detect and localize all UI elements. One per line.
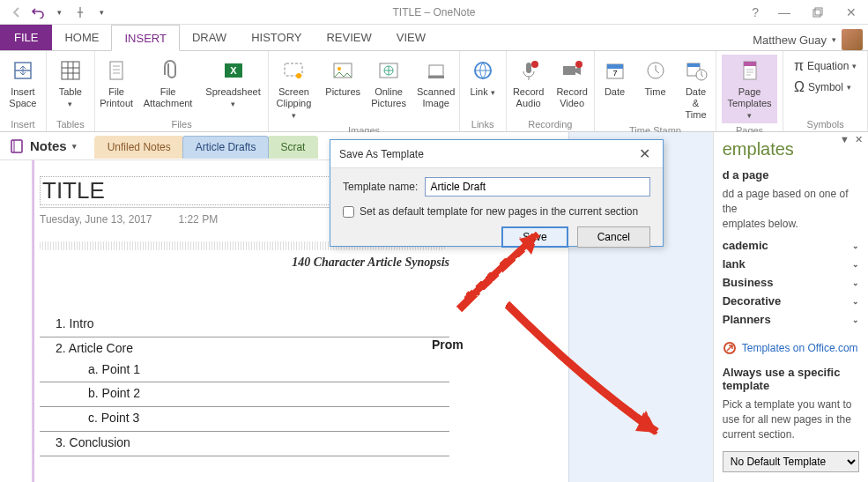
record-video-button[interactable]: RecordVideo — [551, 55, 592, 111]
outline-item[interactable]: 1. Intro — [40, 314, 568, 335]
save-as-template-dialog: Save As Template ✕ Template name: Set as… — [330, 139, 664, 247]
record-audio-button[interactable]: RecordAudio — [508, 55, 549, 111]
outline-item[interactable]: 3. Conclusion — [40, 433, 568, 454]
title-bar: ▾ ▾ TITLE – OneNote ? — ✕ — [0, 0, 868, 25]
table-icon — [56, 56, 85, 85]
svg-rect-5 — [110, 62, 122, 79]
outline-divider — [40, 455, 449, 456]
minimize-button[interactable]: — — [771, 2, 798, 23]
template-category-planners[interactable]: Planners⌄ — [723, 310, 859, 329]
ribbon-group-label: Links — [471, 117, 494, 131]
pin-button[interactable] — [70, 3, 90, 22]
outline-subitem[interactable]: b. Point 2 — [40, 383, 568, 404]
svg-rect-30 — [11, 140, 22, 152]
pictures-button[interactable]: Pictures — [321, 55, 365, 123]
template-category-cademic[interactable]: cademic⌄ — [723, 236, 859, 255]
back-button[interactable] — [7, 3, 26, 22]
page-time: 1:22 PM — [178, 213, 218, 226]
svg-point-9 — [296, 73, 301, 78]
date-button[interactable]: 7Date — [596, 55, 634, 123]
close-button[interactable]: ✕ — [838, 2, 864, 23]
ribbon-button-label: InsertSpace — [9, 86, 36, 109]
template-category-decorative[interactable]: Decorative⌄ — [723, 292, 859, 310]
svg-rect-15 — [428, 76, 444, 78]
tab-review[interactable]: REVIEW — [314, 24, 383, 50]
ribbon-group-tables: Table ▾Tables — [47, 51, 95, 131]
svg-rect-14 — [429, 65, 443, 76]
ribbon-button-label: Date — [605, 86, 625, 98]
link-button[interactable]: Link ▾ — [464, 55, 502, 100]
section-tab-scratch[interactable]: Scrat — [267, 136, 318, 159]
pane-dropdown-icon[interactable]: ▼ — [840, 134, 849, 145]
svg-rect-2 — [813, 10, 820, 17]
file-attachment-button[interactable]: FileAttachment — [139, 55, 197, 111]
svg-text:7: 7 — [612, 69, 617, 78]
svg-point-18 — [531, 61, 538, 68]
outline-divider — [40, 430, 449, 432]
undo-button[interactable] — [28, 3, 48, 22]
template-name-label: Template name: — [343, 181, 418, 193]
time-button[interactable]: Time — [636, 55, 675, 123]
insert-space-button[interactable]: InsertSpace — [4, 55, 42, 111]
pane-close-icon[interactable]: ✕ — [855, 134, 863, 145]
scanned-image-button[interactable]: ScannedImage — [412, 55, 459, 123]
page-templates-button[interactable]: PageTemplates ▾ — [722, 55, 778, 123]
ribbon-button-label: PageTemplates ▾ — [727, 86, 773, 122]
cancel-button[interactable]: Cancel — [577, 226, 650, 248]
equation-button[interactable]: π Equation ▾ — [790, 56, 860, 76]
user-area[interactable]: Matthew Guay ▾ — [753, 29, 868, 50]
tab-insert[interactable]: INSERT — [111, 25, 179, 51]
notebook-dropdown[interactable]: Notes ▾ — [0, 135, 85, 158]
outline[interactable]: 1. Intro Prom 2. Article Core a. Point 1… — [40, 314, 568, 456]
date-time-button[interactable]: Date &Time — [677, 55, 716, 123]
dialog-close-button[interactable]: ✕ — [635, 145, 654, 162]
date-time-icon — [682, 56, 710, 85]
templates-office-link[interactable]: Templates on Office.com — [723, 341, 859, 355]
svg-point-20 — [575, 61, 582, 68]
outline-divider — [40, 405, 449, 407]
undo-dropdown[interactable]: ▾ — [49, 3, 69, 22]
scanned-image-icon — [422, 56, 450, 85]
section-tab-article-drafts[interactable]: Article Drafts — [182, 136, 270, 159]
ribbon-group-label: Recording — [528, 117, 572, 131]
symbol-button[interactable]: Ω Symbol ▾ — [790, 78, 860, 97]
outline-subitem[interactable]: a. Point 1 — [40, 360, 568, 381]
restore-button[interactable] — [805, 2, 831, 23]
outline-item[interactable]: 2. Article Core — [40, 338, 568, 360]
set-default-label: Set as default template for new pages in… — [360, 205, 638, 218]
online-pictures-button[interactable]: OnlinePictures — [367, 55, 411, 123]
tab-history[interactable]: HISTORY — [239, 24, 314, 50]
ribbon-button-label: Spreadsheet ▾ — [204, 86, 263, 109]
set-default-checkbox[interactable] — [343, 206, 354, 218]
section-tab-unfiled[interactable]: Unfiled Notes — [94, 136, 184, 159]
file-printout-button[interactable]: FilePrintout — [95, 55, 137, 111]
pictures-icon — [329, 56, 357, 85]
synopsis-text[interactable]: 140 Character Article Synopsis — [40, 256, 449, 270]
screen-clipping-button[interactable]: ScreenClipping ▾ — [269, 55, 320, 123]
template-name-input[interactable] — [425, 177, 650, 197]
default-template-select[interactable]: No Default Template — [723, 451, 859, 472]
table-button[interactable]: Table ▾ — [51, 55, 90, 111]
ribbon-button-label: Date &Time — [682, 86, 710, 122]
tab-draw[interactable]: DRAW — [180, 24, 239, 50]
ribbon-button-label: Time — [644, 86, 665, 98]
ribbon: InsertSpaceInsertTable ▾TablesFilePrinto… — [0, 51, 868, 132]
template-category-lank[interactable]: lank⌄ — [723, 255, 859, 273]
omega-icon: Ω — [794, 79, 805, 95]
ribbon-button-label: ScreenClipping ▾ — [274, 86, 315, 122]
time-icon — [642, 56, 670, 85]
file-tab[interactable]: FILE — [0, 24, 52, 50]
outline-subitem[interactable]: c. Point 3 — [40, 408, 568, 429]
chevron-down-icon: ⌄ — [852, 315, 859, 324]
screen-clipping-icon — [279, 56, 308, 85]
template-category-business[interactable]: Business⌄ — [723, 273, 859, 292]
link-icon — [469, 56, 497, 85]
help-button[interactable]: ? — [752, 5, 759, 19]
ribbon-group-label: Files — [171, 117, 191, 131]
save-button[interactable]: Save — [501, 226, 568, 248]
tab-view[interactable]: VIEW — [384, 24, 438, 50]
tab-home[interactable]: HOME — [52, 24, 111, 50]
ribbon-button-label: RecordAudio — [513, 86, 544, 109]
qat-customize[interactable]: ▾ — [92, 3, 111, 22]
spreadsheet-button[interactable]: XSpreadsheet ▾ — [198, 55, 268, 111]
